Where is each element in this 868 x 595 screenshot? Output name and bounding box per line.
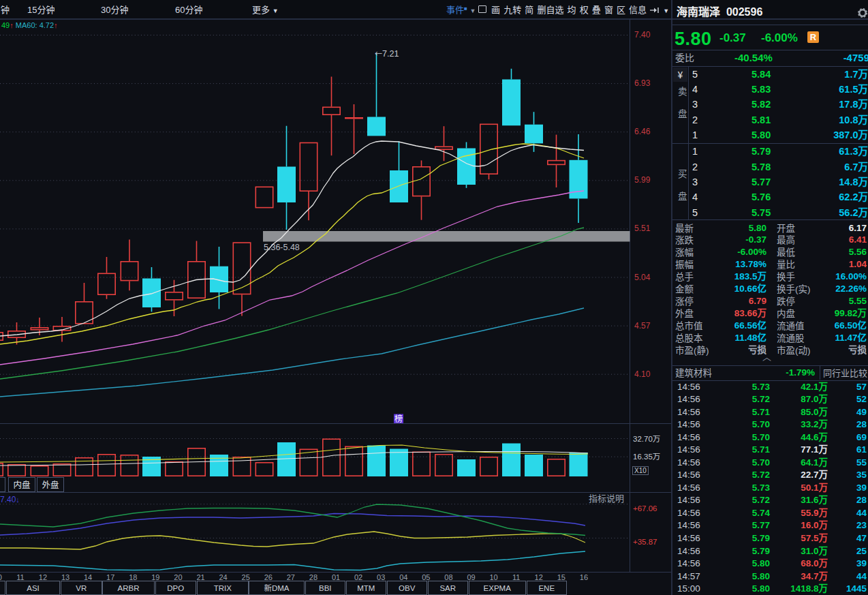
svg-text:5.36-5.48: 5.36-5.48 — [264, 243, 300, 252]
svg-text:榜: 榜 — [394, 412, 403, 424]
svg-text:←7.21: ←7.21 — [375, 48, 399, 59]
